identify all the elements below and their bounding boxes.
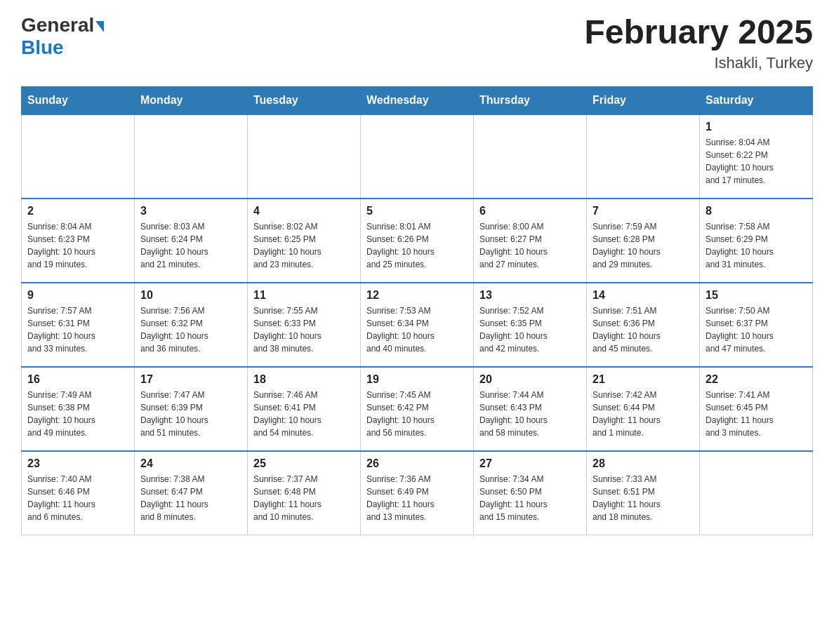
day-info: Sunrise: 7:46 AM Sunset: 6:41 PM Dayligh… bbox=[253, 389, 355, 439]
day-number: 1 bbox=[706, 121, 807, 133]
calendar-week-1: 1Sunrise: 8:04 AM Sunset: 6:22 PM Daylig… bbox=[22, 114, 813, 199]
calendar-cell: 23Sunrise: 7:40 AM Sunset: 6:46 PM Dayli… bbox=[22, 451, 135, 535]
day-info: Sunrise: 7:47 AM Sunset: 6:39 PM Dayligh… bbox=[140, 389, 241, 439]
logo: General Blue bbox=[21, 14, 104, 59]
calendar-week-5: 23Sunrise: 7:40 AM Sunset: 6:46 PM Dayli… bbox=[22, 451, 813, 535]
day-info: Sunrise: 7:50 AM Sunset: 6:37 PM Dayligh… bbox=[706, 304, 807, 355]
day-info: Sunrise: 8:04 AM Sunset: 6:22 PM Dayligh… bbox=[706, 136, 807, 187]
day-number: 16 bbox=[27, 373, 128, 386]
month-title: February 2025 bbox=[584, 14, 813, 51]
day-number: 8 bbox=[706, 205, 807, 217]
day-info: Sunrise: 7:38 AM Sunset: 6:47 PM Dayligh… bbox=[140, 473, 241, 523]
weekday-header-saturday: Saturday bbox=[700, 86, 813, 114]
day-info: Sunrise: 8:02 AM Sunset: 6:25 PM Dayligh… bbox=[253, 220, 355, 271]
calendar-cell: 17Sunrise: 7:47 AM Sunset: 6:39 PM Dayli… bbox=[135, 367, 248, 451]
day-number: 3 bbox=[140, 205, 241, 217]
logo-general-text: General bbox=[21, 14, 94, 36]
day-number: 14 bbox=[593, 289, 694, 302]
calendar-week-4: 16Sunrise: 7:49 AM Sunset: 6:38 PM Dayli… bbox=[22, 367, 813, 451]
calendar-cell: 25Sunrise: 7:37 AM Sunset: 6:48 PM Dayli… bbox=[248, 451, 361, 535]
day-info: Sunrise: 7:45 AM Sunset: 6:42 PM Dayligh… bbox=[366, 389, 468, 439]
day-number: 27 bbox=[479, 457, 581, 470]
day-number: 18 bbox=[253, 373, 355, 386]
weekday-header-monday: Monday bbox=[135, 86, 248, 114]
calendar-cell: 4Sunrise: 8:02 AM Sunset: 6:25 PM Daylig… bbox=[248, 199, 361, 283]
calendar-cell bbox=[22, 114, 135, 199]
weekday-header-tuesday: Tuesday bbox=[248, 86, 361, 114]
calendar-table: SundayMondayTuesdayWednesdayThursdayFrid… bbox=[21, 86, 813, 536]
day-info: Sunrise: 7:44 AM Sunset: 6:43 PM Dayligh… bbox=[479, 389, 581, 439]
day-number: 24 bbox=[140, 457, 241, 470]
calendar-cell: 3Sunrise: 8:03 AM Sunset: 6:24 PM Daylig… bbox=[135, 199, 248, 283]
day-number: 5 bbox=[366, 205, 468, 217]
calendar-cell: 1Sunrise: 8:04 AM Sunset: 6:22 PM Daylig… bbox=[700, 114, 813, 199]
day-info: Sunrise: 7:40 AM Sunset: 6:46 PM Dayligh… bbox=[27, 473, 128, 523]
day-number: 25 bbox=[253, 457, 355, 470]
calendar-cell: 26Sunrise: 7:36 AM Sunset: 6:49 PM Dayli… bbox=[361, 451, 474, 535]
day-number: 15 bbox=[706, 289, 807, 302]
calendar-cell: 21Sunrise: 7:42 AM Sunset: 6:44 PM Dayli… bbox=[587, 367, 700, 451]
day-number: 28 bbox=[593, 457, 694, 470]
location-text: Ishakli, Turkey bbox=[584, 54, 813, 72]
calendar-cell: 24Sunrise: 7:38 AM Sunset: 6:47 PM Dayli… bbox=[135, 451, 248, 535]
day-info: Sunrise: 7:51 AM Sunset: 6:36 PM Dayligh… bbox=[593, 304, 694, 355]
page-header: General Blue February 2025 Ishakli, Turk… bbox=[21, 14, 813, 72]
weekday-header-friday: Friday bbox=[587, 86, 700, 114]
calendar-cell: 13Sunrise: 7:52 AM Sunset: 6:35 PM Dayli… bbox=[474, 283, 587, 367]
calendar-cell: 20Sunrise: 7:44 AM Sunset: 6:43 PM Dayli… bbox=[474, 367, 587, 451]
calendar-cell: 22Sunrise: 7:41 AM Sunset: 6:45 PM Dayli… bbox=[700, 367, 813, 451]
day-number: 22 bbox=[706, 373, 807, 386]
weekday-header-sunday: Sunday bbox=[22, 86, 135, 114]
day-info: Sunrise: 7:58 AM Sunset: 6:29 PM Dayligh… bbox=[706, 220, 807, 271]
calendar-cell bbox=[587, 114, 700, 199]
day-info: Sunrise: 8:04 AM Sunset: 6:23 PM Dayligh… bbox=[27, 220, 128, 271]
day-info: Sunrise: 7:41 AM Sunset: 6:45 PM Dayligh… bbox=[706, 389, 807, 439]
calendar-cell bbox=[700, 451, 813, 535]
calendar-cell: 9Sunrise: 7:57 AM Sunset: 6:31 PM Daylig… bbox=[22, 283, 135, 367]
calendar-cell: 11Sunrise: 7:55 AM Sunset: 6:33 PM Dayli… bbox=[248, 283, 361, 367]
calendar-cell: 5Sunrise: 8:01 AM Sunset: 6:26 PM Daylig… bbox=[361, 199, 474, 283]
logo-blue-text: Blue bbox=[21, 36, 64, 58]
day-info: Sunrise: 8:03 AM Sunset: 6:24 PM Dayligh… bbox=[140, 220, 241, 271]
calendar-cell: 15Sunrise: 7:50 AM Sunset: 6:37 PM Dayli… bbox=[700, 283, 813, 367]
calendar-cell: 8Sunrise: 7:58 AM Sunset: 6:29 PM Daylig… bbox=[700, 199, 813, 283]
calendar-week-2: 2Sunrise: 8:04 AM Sunset: 6:23 PM Daylig… bbox=[22, 199, 813, 283]
day-number: 11 bbox=[253, 289, 355, 302]
calendar-cell bbox=[248, 114, 361, 199]
day-number: 4 bbox=[253, 205, 355, 217]
calendar-cell: 28Sunrise: 7:33 AM Sunset: 6:51 PM Dayli… bbox=[587, 451, 700, 535]
day-number: 9 bbox=[27, 289, 128, 302]
day-info: Sunrise: 7:37 AM Sunset: 6:48 PM Dayligh… bbox=[253, 473, 355, 523]
day-number: 23 bbox=[27, 457, 128, 470]
day-number: 6 bbox=[479, 205, 581, 217]
calendar-cell bbox=[135, 114, 248, 199]
day-number: 7 bbox=[593, 205, 694, 217]
day-number: 17 bbox=[140, 373, 241, 386]
calendar-cell: 12Sunrise: 7:53 AM Sunset: 6:34 PM Dayli… bbox=[361, 283, 474, 367]
day-info: Sunrise: 8:00 AM Sunset: 6:27 PM Dayligh… bbox=[479, 220, 581, 271]
day-info: Sunrise: 7:42 AM Sunset: 6:44 PM Dayligh… bbox=[593, 389, 694, 439]
calendar-cell bbox=[361, 114, 474, 199]
day-number: 21 bbox=[593, 373, 694, 386]
day-number: 20 bbox=[479, 373, 581, 386]
day-info: Sunrise: 7:57 AM Sunset: 6:31 PM Dayligh… bbox=[27, 304, 128, 355]
weekday-header-wednesday: Wednesday bbox=[361, 86, 474, 114]
day-number: 10 bbox=[140, 289, 241, 302]
day-info: Sunrise: 7:52 AM Sunset: 6:35 PM Dayligh… bbox=[479, 304, 581, 355]
calendar-cell: 2Sunrise: 8:04 AM Sunset: 6:23 PM Daylig… bbox=[22, 199, 135, 283]
calendar-cell bbox=[474, 114, 587, 199]
day-number: 19 bbox=[366, 373, 468, 386]
title-block: February 2025 Ishakli, Turkey bbox=[584, 14, 813, 72]
day-info: Sunrise: 7:34 AM Sunset: 6:50 PM Dayligh… bbox=[479, 473, 581, 523]
calendar-cell: 7Sunrise: 7:59 AM Sunset: 6:28 PM Daylig… bbox=[587, 199, 700, 283]
day-number: 12 bbox=[366, 289, 468, 302]
calendar-header: SundayMondayTuesdayWednesdayThursdayFrid… bbox=[22, 86, 813, 114]
calendar-cell: 16Sunrise: 7:49 AM Sunset: 6:38 PM Dayli… bbox=[22, 367, 135, 451]
calendar-cell: 27Sunrise: 7:34 AM Sunset: 6:50 PM Dayli… bbox=[474, 451, 587, 535]
calendar-cell: 6Sunrise: 8:00 AM Sunset: 6:27 PM Daylig… bbox=[474, 199, 587, 283]
calendar-cell: 19Sunrise: 7:45 AM Sunset: 6:42 PM Dayli… bbox=[361, 367, 474, 451]
day-number: 2 bbox=[27, 205, 128, 217]
day-info: Sunrise: 7:55 AM Sunset: 6:33 PM Dayligh… bbox=[253, 304, 355, 355]
weekday-header-thursday: Thursday bbox=[474, 86, 587, 114]
day-info: Sunrise: 7:53 AM Sunset: 6:34 PM Dayligh… bbox=[366, 304, 468, 355]
